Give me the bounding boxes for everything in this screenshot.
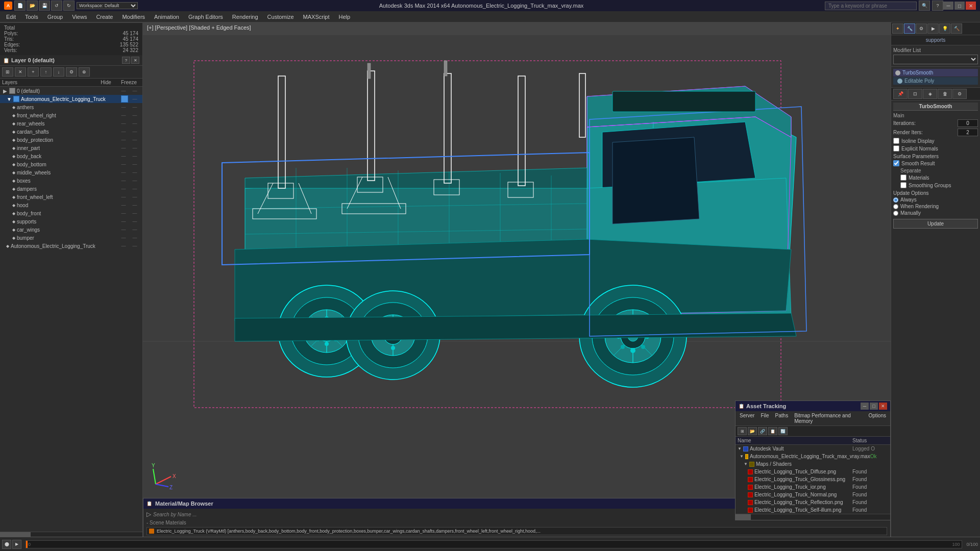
list-item[interactable]: ◆ middle_wheels — —: [0, 168, 142, 177]
at-menu-server[interactable]: Server: [738, 412, 756, 424]
remove-modifier-btn[interactable]: 🗑: [938, 89, 952, 99]
list-item[interactable]: ◆ supports — —: [0, 217, 142, 226]
timeline-slider[interactable]: 0 100: [26, 540, 962, 548]
minimize-btn[interactable]: ─: [943, 2, 953, 10]
list-item[interactable]: ◆ dampers — —: [0, 185, 142, 193]
materials-checkbox[interactable]: [900, 174, 906, 181]
asset-tracking-scrollbar[interactable]: [736, 514, 890, 520]
menu-graph-editors[interactable]: Graph Editors: [184, 13, 227, 21]
at-tb-btn5[interactable]: 🔄: [778, 427, 788, 435]
at-list-item[interactable]: Electric_Logging_Truck_Normal.png Found: [736, 491, 890, 498]
at-tb-btn2[interactable]: 📂: [748, 427, 757, 435]
layer-settings-btn[interactable]: ⚙: [66, 67, 77, 77]
at-menu-options[interactable]: Options: [867, 412, 888, 424]
at-close-btn[interactable]: ✕: [879, 403, 887, 410]
menu-help[interactable]: Help: [335, 13, 355, 21]
layer-move-down-btn[interactable]: ↓: [53, 67, 64, 77]
list-item[interactable]: ◆ front_wheel_left — —: [0, 193, 142, 201]
make-unique-btn[interactable]: ◈: [923, 89, 937, 99]
material-row[interactable]: Electric_Logging_Truck (VRayMtl) [anther…: [146, 527, 887, 535]
menu-edit[interactable]: Edit: [2, 13, 20, 21]
menu-animation[interactable]: Animation: [150, 13, 183, 21]
anim-key-btn[interactable]: ⬤: [2, 540, 11, 549]
rp-icon-create[interactable]: ✦: [892, 23, 903, 34]
rp-icon-utilities[interactable]: 🔨: [951, 23, 962, 34]
manually-radio[interactable]: [893, 211, 898, 216]
config-btn[interactable]: ⚙: [952, 89, 967, 99]
show-end-result-btn[interactable]: ⊡: [908, 89, 922, 99]
always-radio[interactable]: [893, 197, 898, 203]
at-menu-file[interactable]: File: [758, 412, 771, 424]
iterations-input[interactable]: [958, 119, 978, 127]
list-item[interactable]: ◆ bumper — —: [0, 234, 142, 242]
menu-create[interactable]: Create: [92, 13, 117, 21]
list-item[interactable]: ◆ hood — —: [0, 201, 142, 209]
search-input[interactable]: [825, 2, 917, 10]
at-list-item[interactable]: Electric_Logging_Truck_Reflection.png Fo…: [736, 498, 890, 506]
at-list-item[interactable]: Electric_Logging_Truck_ior.png Found: [736, 483, 890, 491]
search-btn[interactable]: 🔍: [919, 1, 930, 11]
layer-add-btn[interactable]: +: [28, 67, 39, 77]
save-btn[interactable]: 💾: [39, 1, 50, 11]
rp-icon-modify[interactable]: 🔧: [904, 23, 915, 34]
list-item[interactable]: ◆ front_wheel_right — —: [0, 111, 142, 119]
anim-play-btn[interactable]: ▶: [12, 540, 21, 549]
at-list-item[interactable]: ▼ Autonomous_Electric_Logging_Truck_max_…: [736, 453, 890, 460]
list-item[interactable]: ▶ 0 (default) — —: [0, 87, 142, 95]
pin-stack-btn[interactable]: 📌: [893, 89, 908, 99]
layer-merge-btn[interactable]: ⊕: [79, 67, 90, 77]
redo-btn[interactable]: ↻: [63, 1, 75, 11]
menu-tools[interactable]: Tools: [21, 13, 42, 21]
menu-maxscript[interactable]: MAXScript: [299, 13, 334, 21]
list-item[interactable]: ◆ Autonomous_Electric_Logging_Truck — —: [0, 242, 142, 250]
smooth-result-checkbox[interactable]: [893, 160, 899, 166]
list-item[interactable]: ◆ cardan_shafts — —: [0, 128, 142, 136]
update-button[interactable]: Update: [893, 219, 978, 229]
menu-modifiers[interactable]: Modifiers: [118, 13, 149, 21]
list-item[interactable]: ◆ body_front — —: [0, 209, 142, 217]
list-item[interactable]: ◆ body_protection — —: [0, 136, 142, 144]
at-tb-btn4[interactable]: 📋: [768, 427, 777, 435]
list-item[interactable]: ◆ car_wings — —: [0, 226, 142, 234]
at-menu-bitmap[interactable]: Bitmap Performance and Memory: [792, 412, 864, 424]
at-list-item[interactable]: Electric_Logging_Truck_Diffuse.png Found: [736, 468, 890, 475]
open-btn[interactable]: 📂: [27, 1, 38, 11]
rp-icon-hierarchy[interactable]: ⚙: [916, 23, 927, 34]
undo-btn[interactable]: ↺: [51, 1, 62, 11]
menu-rendering[interactable]: Rendering: [228, 13, 262, 21]
list-item[interactable]: ◆ inner_part — —: [0, 144, 142, 152]
list-item[interactable]: ◆ anthers — —: [0, 103, 142, 111]
list-item[interactable]: ◆ body_back — —: [0, 152, 142, 160]
list-item[interactable]: ◆ rear_wheels — —: [0, 119, 142, 128]
rp-icon-motion[interactable]: ▶: [927, 23, 939, 34]
panel-close-btn[interactable]: ✕: [131, 57, 139, 64]
render-iters-input[interactable]: [958, 129, 978, 136]
when-rendering-radio[interactable]: [893, 204, 898, 209]
at-tb-btn1[interactable]: ⊞: [738, 427, 747, 435]
at-tb-btn3[interactable]: 🔗: [758, 427, 767, 435]
workspace-dropdown[interactable]: Workspace: Default: [77, 2, 138, 9]
maximize-btn[interactable]: □: [954, 2, 965, 10]
new-btn[interactable]: 📄: [14, 1, 26, 11]
layer-delete-btn[interactable]: ✕: [15, 67, 26, 77]
list-item[interactable]: ◆ boxes — —: [0, 177, 142, 185]
at-minimize-btn[interactable]: ─: [861, 403, 869, 410]
close-btn[interactable]: ✕: [966, 2, 976, 10]
modifier-dropdown[interactable]: [893, 55, 978, 64]
at-list-item[interactable]: ▼ Autodesk Vault Logged O: [736, 445, 890, 453]
at-maximize-btn[interactable]: □: [870, 403, 878, 410]
menu-customize[interactable]: Customize: [263, 13, 298, 21]
at-list-item[interactable]: ▼ Maps / Shaders: [736, 460, 890, 468]
rp-icon-display[interactable]: 💡: [939, 23, 950, 34]
modifier-editable-poly[interactable]: Editable Poly: [893, 77, 978, 85]
at-list-item[interactable]: Electric_Logging_Truck_Self-illum.png Fo…: [736, 506, 890, 514]
at-list-item[interactable]: Electric_Logging_Truck_Glossiness.png Fo…: [736, 475, 890, 483]
modifier-turbosmooth[interactable]: TurboSmooth: [893, 69, 978, 77]
isoline-checkbox[interactable]: [893, 138, 899, 144]
menu-views[interactable]: Views: [68, 13, 91, 21]
at-menu-paths[interactable]: Paths: [773, 412, 791, 424]
explicit-normals-checkbox[interactable]: [893, 145, 899, 152]
layer-move-up-btn[interactable]: ↑: [40, 67, 52, 77]
panel-question-btn[interactable]: ?: [122, 57, 130, 64]
help-btn[interactable]: ?: [932, 1, 943, 11]
